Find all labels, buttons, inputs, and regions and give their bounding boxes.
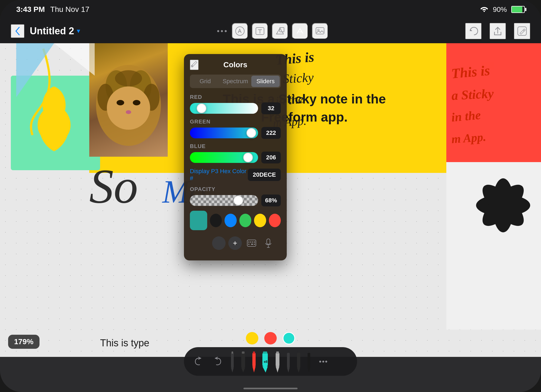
svg-rect-53	[276, 353, 279, 366]
status-date: Thu Nov 17	[50, 5, 90, 14]
hex-label[interactable]: Display P3 Hex Color #	[190, 168, 248, 182]
add-color-button[interactable]: +	[228, 236, 242, 250]
typed-text: This is type	[100, 337, 149, 349]
current-color-swatch[interactable]	[190, 211, 207, 230]
svg-rect-4	[316, 28, 324, 34]
navbar: Untitled 2 ▾ •••	[0, 19, 541, 43]
home-indicator	[243, 388, 298, 389]
pen-b[interactable]	[239, 350, 247, 373]
pen-f[interactable]	[285, 350, 292, 373]
dark-gray-swatch[interactable]	[212, 236, 226, 250]
opacity-slider-value: 68%	[261, 195, 281, 206]
svg-rect-37	[251, 244, 253, 245]
svg-rect-35	[254, 242, 255, 243]
red-slider-thumb[interactable]	[197, 103, 206, 113]
hex-value[interactable]: 20DECE	[248, 169, 281, 181]
color-swatches-section: +	[190, 211, 281, 253]
main-toolbar: e8	[184, 347, 357, 376]
svg-point-5	[318, 29, 319, 31]
svg-rect-43	[241, 353, 245, 368]
blue-slider-row: 206	[190, 152, 281, 163]
bottom-teal-dot[interactable]	[283, 332, 295, 344]
pen-g[interactable]	[295, 350, 302, 373]
green-box	[11, 76, 100, 170]
redo-button[interactable]	[209, 353, 226, 370]
blue-slider-thumb[interactable]	[243, 153, 253, 162]
cursive-so: So	[89, 162, 138, 211]
svg-rect-55	[276, 351, 279, 354]
bottom-yellow-dot[interactable]	[246, 332, 258, 344]
red-slider-track[interactable]	[190, 103, 258, 114]
opacity-slider-track[interactable]	[190, 195, 258, 206]
black-swatch[interactable]	[210, 214, 222, 227]
svg-rect-58	[297, 353, 300, 368]
nav-title: Untitled 2 ▾	[30, 25, 80, 37]
mic-button[interactable]	[261, 236, 275, 250]
battery-icon	[511, 6, 525, 13]
color-swatches-row2: +	[190, 233, 281, 253]
red-slider-value: 32	[261, 102, 281, 114]
more-tools-button[interactable]: •••	[315, 353, 332, 370]
title-chevron[interactable]: ▾	[77, 28, 80, 35]
red-label: RED	[190, 94, 281, 100]
svg-point-20	[133, 100, 140, 105]
share-button[interactable]	[490, 23, 506, 39]
undo-nav-button[interactable]	[465, 23, 481, 39]
nav-pen-tool[interactable]	[232, 23, 248, 39]
yellow-swatch[interactable]	[254, 214, 266, 227]
nav-shapes-tool[interactable]	[272, 23, 288, 39]
svg-rect-51	[263, 351, 267, 354]
svg-rect-36	[248, 244, 249, 245]
panel-header: Colors	[190, 61, 281, 69]
svg-marker-50	[262, 366, 268, 373]
tab-grid[interactable]: Grid	[191, 76, 219, 87]
edit-button[interactable]	[514, 23, 530, 39]
green-swatch[interactable]	[239, 214, 251, 227]
red-slider-row: 32	[190, 102, 281, 114]
nav-media-tool[interactable]	[312, 23, 328, 39]
undo-button[interactable]	[190, 353, 207, 370]
green-slider-track[interactable]	[190, 128, 258, 138]
blue-swatch[interactable]	[225, 214, 236, 227]
status-right: 90%	[480, 5, 525, 14]
nav-dots: •••	[217, 27, 228, 35]
svg-rect-60	[308, 353, 310, 368]
pen-a[interactable]	[228, 350, 236, 373]
bottom-color-dots	[246, 332, 295, 344]
blue-slider-track[interactable]	[190, 152, 258, 163]
svg-rect-40	[231, 353, 234, 368]
opacity-slider-thumb[interactable]	[233, 196, 243, 205]
pen-d[interactable]: e8	[261, 350, 270, 373]
blue-label: BLUE	[190, 143, 281, 149]
battery-fill	[512, 6, 522, 12]
nav-center: •••	[217, 23, 328, 39]
keyboard-button[interactable]	[245, 236, 259, 250]
document-title: Untitled 2	[30, 25, 74, 37]
svg-point-17	[115, 70, 142, 86]
nav-text-tool[interactable]	[252, 23, 268, 39]
bottom-red-dot[interactable]	[264, 332, 277, 344]
more-icon: •••	[319, 357, 328, 366]
red-swatch[interactable]	[269, 214, 281, 227]
svg-rect-34	[252, 242, 253, 243]
svg-marker-41	[231, 368, 234, 373]
nav-text-format-tool[interactable]	[292, 23, 308, 39]
svg-text:in the: in the	[451, 108, 481, 124]
pen-c[interactable]	[250, 350, 258, 373]
svg-point-1	[236, 27, 244, 35]
status-left: 3:43 PM Thu Nov 17	[16, 5, 90, 14]
back-button[interactable]	[11, 24, 24, 38]
panel-title: Colors	[223, 61, 248, 69]
tab-spectrum[interactable]: Spectrum	[220, 76, 250, 87]
wifi-icon	[480, 5, 489, 14]
black-flower	[473, 176, 533, 235]
svg-rect-56	[287, 353, 290, 368]
green-slider-thumb[interactable]	[246, 128, 256, 138]
svg-rect-48	[253, 351, 255, 354]
eyedropper-button[interactable]	[190, 60, 199, 70]
pen-e[interactable]	[273, 350, 282, 373]
svg-marker-54	[276, 366, 279, 373]
svg-point-18	[107, 86, 150, 130]
pen-h[interactable]	[305, 350, 313, 373]
tab-sliders[interactable]: Sliders	[251, 76, 280, 87]
